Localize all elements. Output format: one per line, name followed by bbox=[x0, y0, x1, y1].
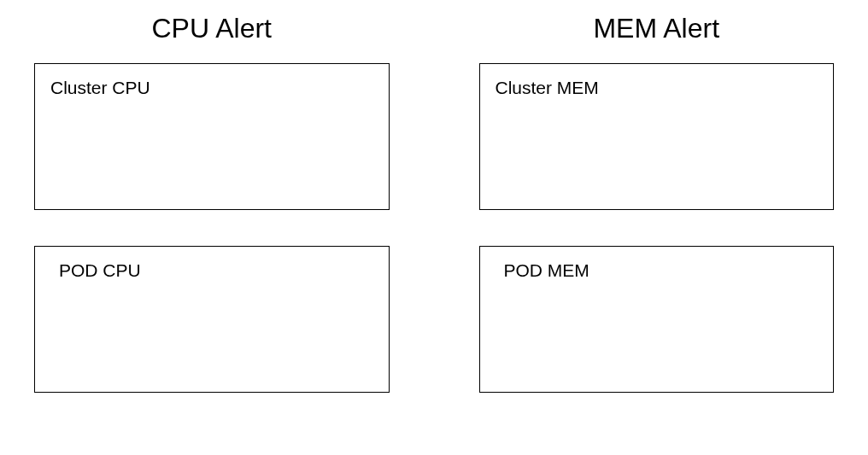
cluster-mem-box: Cluster MEM bbox=[479, 63, 835, 210]
cpu-alert-title: CPU Alert bbox=[34, 13, 390, 44]
pod-mem-box: POD MEM bbox=[479, 246, 835, 393]
pod-cpu-box: POD CPU bbox=[34, 246, 390, 393]
alert-diagram: CPU Alert Cluster CPU POD CPU MEM Alert … bbox=[34, 13, 834, 393]
cluster-mem-label: Cluster MEM bbox=[496, 78, 818, 98]
cluster-cpu-box: Cluster CPU bbox=[34, 63, 390, 210]
mem-alert-title: MEM Alert bbox=[479, 13, 835, 44]
cluster-cpu-label: Cluster CPU bbox=[50, 78, 373, 98]
pod-cpu-label: POD CPU bbox=[50, 260, 373, 281]
mem-alert-column: MEM Alert Cluster MEM POD MEM bbox=[479, 13, 835, 393]
cpu-alert-column: CPU Alert Cluster CPU POD CPU bbox=[34, 13, 390, 393]
pod-mem-label: POD MEM bbox=[496, 260, 818, 281]
